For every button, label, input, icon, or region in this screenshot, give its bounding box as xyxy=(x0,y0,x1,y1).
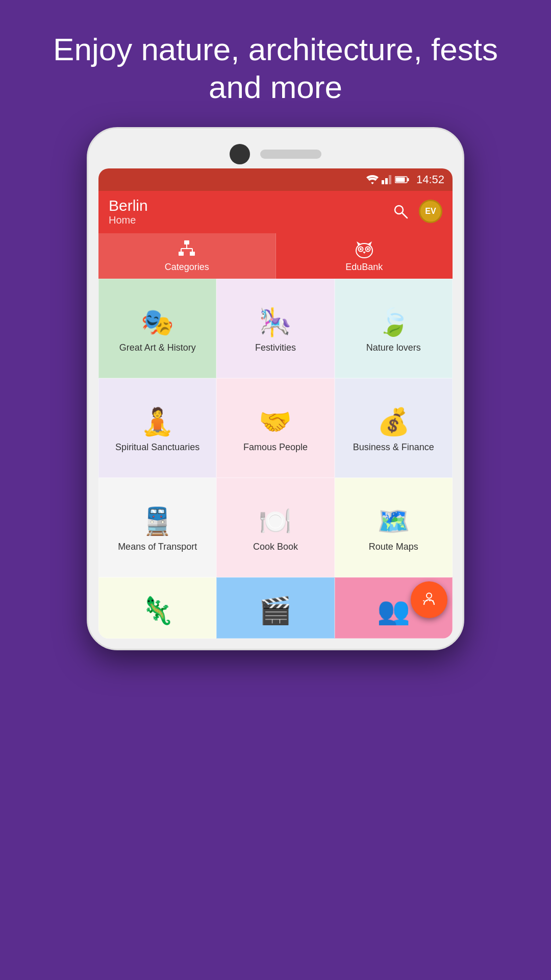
phone-device: 14:52 Berlin Home EV xyxy=(87,127,464,650)
phone-screen: 14:52 Berlin Home EV xyxy=(98,168,453,639)
phone-notch xyxy=(98,139,453,168)
fab-button[interactable] xyxy=(411,581,447,618)
fab-icon xyxy=(420,591,438,609)
row4-3-icon: 👥 xyxy=(377,597,410,624)
category-grid: 🎭 Great Art & History 🎠 Festivities 🍃 Na… xyxy=(98,279,453,639)
status-bar: 14:52 xyxy=(98,168,453,191)
svg-line-7 xyxy=(402,213,407,218)
category-cell-famous-people[interactable]: 🤝 Famous People xyxy=(216,378,334,478)
row4-1-icon: 🦎 xyxy=(141,597,174,624)
svg-marker-2 xyxy=(389,175,391,184)
festivities-icon: 🎠 xyxy=(259,309,292,335)
svg-marker-0 xyxy=(382,180,384,184)
svg-rect-8 xyxy=(184,240,189,244)
search-icon[interactable] xyxy=(392,203,409,219)
category-cell-row4-1[interactable]: 🦎 xyxy=(98,577,216,639)
svg-rect-10 xyxy=(190,252,195,256)
phone-speaker xyxy=(260,150,321,159)
transport-icon: 🚆 xyxy=(141,508,174,534)
svg-rect-9 xyxy=(179,252,184,256)
festivities-label: Festivities xyxy=(255,342,296,353)
category-cell-transport[interactable]: 🚆 Means of Transport xyxy=(98,478,216,577)
svg-rect-5 xyxy=(395,177,405,182)
spiritual-icon: 🧘 xyxy=(141,408,174,435)
category-cell-festivities[interactable]: 🎠 Festivities xyxy=(216,279,334,378)
category-cell-row4-2[interactable]: 🎬 xyxy=(216,577,334,639)
tab-categories-label: Categories xyxy=(165,262,209,273)
svg-point-20 xyxy=(360,248,362,250)
svg-rect-4 xyxy=(407,178,409,181)
business-label: Business & Finance xyxy=(353,442,434,453)
app-title: Berlin xyxy=(109,197,148,214)
hero-text: Enjoy nature, architecture, fests and mo… xyxy=(0,0,551,127)
routemaps-icon: 🗺️ xyxy=(377,508,410,534)
svg-marker-22 xyxy=(363,252,366,254)
nature-icon: 🍃 xyxy=(377,309,410,335)
app-bar-right: EV xyxy=(392,200,442,223)
wifi-icon xyxy=(366,175,379,184)
cookbook-icon: 🍽️ xyxy=(259,508,292,534)
tab-bar: Categories EduBank xyxy=(98,233,453,279)
battery-icon xyxy=(395,176,409,183)
art-history-icon: 🎭 xyxy=(141,309,174,335)
tab-edubank[interactable]: EduBank xyxy=(276,233,453,279)
nature-label: Nature lovers xyxy=(366,342,421,353)
status-time: 14:52 xyxy=(416,173,444,186)
category-cell-art-history[interactable]: 🎭 Great Art & History xyxy=(98,279,216,378)
category-cell-nature[interactable]: 🍃 Nature lovers xyxy=(335,279,453,378)
tab-categories[interactable]: Categories xyxy=(98,233,276,279)
category-cell-spiritual[interactable]: 🧘 Spiritual Sanctuaries xyxy=(98,378,216,478)
business-icon: 💰 xyxy=(377,408,410,435)
row4-2-icon: 🎬 xyxy=(259,597,292,624)
edubank-tab-icon xyxy=(354,240,374,259)
svg-point-21 xyxy=(367,248,369,250)
svg-point-23 xyxy=(427,593,432,598)
app-bar-left: Berlin Home xyxy=(109,197,148,226)
art-history-label: Great Art & History xyxy=(119,342,196,353)
status-icons xyxy=(366,175,409,184)
tab-edubank-label: EduBank xyxy=(345,262,383,273)
ev-logo[interactable]: EV xyxy=(419,200,442,223)
categories-tab-icon xyxy=(177,240,197,259)
spiritual-label: Spiritual Sanctuaries xyxy=(115,442,199,453)
category-cell-cookbook[interactable]: 🍽️ Cook Book xyxy=(216,478,334,577)
signal-icon xyxy=(382,175,392,184)
routemaps-label: Route Maps xyxy=(369,542,418,552)
svg-marker-1 xyxy=(385,178,388,184)
transport-label: Means of Transport xyxy=(118,542,197,552)
category-cell-business[interactable]: 💰 Business & Finance xyxy=(335,378,453,478)
cookbook-label: Cook Book xyxy=(253,542,298,552)
app-bar: Berlin Home EV xyxy=(98,191,453,233)
app-subtitle: Home xyxy=(109,214,148,226)
famous-people-icon: 🤝 xyxy=(259,408,292,435)
famous-people-label: Famous People xyxy=(243,442,308,453)
category-cell-routemaps[interactable]: 🗺️ Route Maps xyxy=(335,478,453,577)
phone-camera xyxy=(230,144,250,164)
